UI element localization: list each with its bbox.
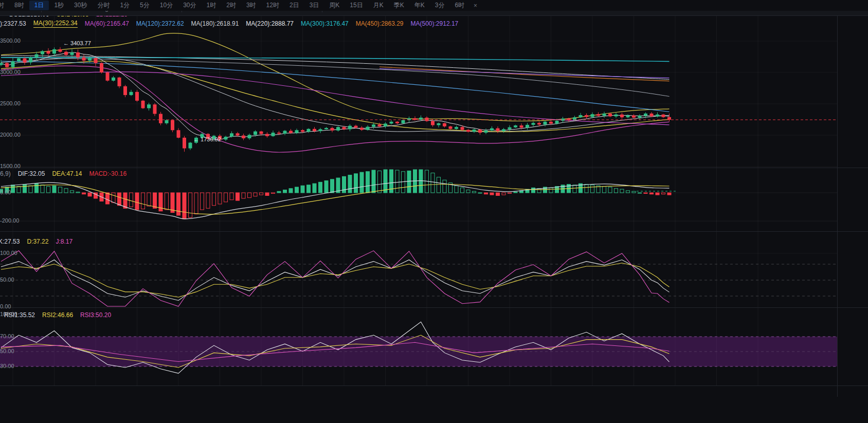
price-tick: 3500.00 <box>0 38 21 44</box>
legend-item: MA(30):2252.34 <box>33 20 78 28</box>
timeframe-30秒[interactable]: 30秒 <box>69 1 92 10</box>
legend-item: D:37.22 <box>27 238 48 245</box>
timeframe-3日[interactable]: 3日 <box>304 1 324 10</box>
timeframe-分时[interactable]: 分时 <box>92 1 115 10</box>
legend-item: MACD:-30.16 <box>89 170 126 177</box>
timeframe-30分[interactable]: 30分 <box>178 1 201 10</box>
timeframe-15日[interactable]: 15日 <box>345 1 368 10</box>
legend-item: MA(220):2888.77 <box>246 20 294 27</box>
legend-item: MA(450):2863.29 <box>356 20 404 27</box>
timeframe-6时[interactable]: 6时 <box>449 1 469 10</box>
timeframe-2时[interactable]: 2时 <box>221 1 241 10</box>
legend-item: MA(500):2912.17 <box>411 20 459 27</box>
legend-item: DIF:32.05 <box>18 170 45 177</box>
timeframe-2日[interactable]: 2日 <box>284 1 304 10</box>
timeframe-1分[interactable]: 1分 <box>115 1 135 10</box>
timeframe-月K[interactable]: 月K <box>368 1 389 10</box>
close-icon[interactable]: × <box>469 2 481 9</box>
price-tick: 3000.00 <box>0 69 21 75</box>
legend-item: J:8.17 <box>56 238 73 245</box>
timeframe-8时[interactable]: 8时 <box>9 1 29 10</box>
timeframe-1时[interactable]: 1时 <box>202 1 222 10</box>
legend-item: MA(120):2372.62 <box>136 20 184 27</box>
macd-tick: -200.00 <box>0 217 19 224</box>
legend-item: MA(60):2165.47 <box>85 20 129 27</box>
legend-item: MA(300):3176.47 <box>301 20 349 27</box>
price-tick: 1500.00 <box>0 163 21 169</box>
timeframe-1日[interactable]: 1日 <box>29 1 49 10</box>
legend-item: RSI1:35.52 <box>4 311 35 319</box>
timeframe-周K[interactable]: 周K <box>324 1 345 10</box>
timeframe-bar: 时8时1日1秒30秒分时1分5分10分30分1时2时3时12时2日3日周K15日… <box>0 0 868 11</box>
rsi-tick: 30.00 <box>0 363 14 369</box>
timeframe-年K[interactable]: 年K <box>409 1 430 10</box>
legend-item: MA(180):2618.91 <box>191 20 239 27</box>
timeframe-3分[interactable]: 3分 <box>430 1 450 10</box>
kdj-legend: K:27.53D:37.22J:8.17 <box>0 238 80 245</box>
kdj-tick: 50.00 <box>0 277 14 283</box>
legend-item: K:27.53 <box>0 238 20 245</box>
legend-item: ):2327.53 <box>0 20 26 27</box>
macd-legend: 6,9)DIF:32.05DEA:47.14MACD:-30.16 <box>0 170 134 177</box>
legend-item: RSI2:46.66 <box>42 311 73 319</box>
kdj-tick: 100.00 <box>0 250 17 256</box>
rsi-tick: 70.00 <box>0 333 14 339</box>
price-tick: 2000.00 <box>0 132 21 138</box>
price-annotation: ← 1736.02 <box>193 136 221 142</box>
overlay-MA500 <box>379 69 670 78</box>
macd-tick: 0.00 <box>0 189 11 195</box>
chart-canvas[interactable] <box>0 0 868 423</box>
rsi-legend: RSI1:35.52RSI2:46.66RSI3:50.20 <box>4 311 118 319</box>
legend-item: DEA:47.14 <box>52 170 82 177</box>
overlay-MA60 <box>1 72 670 125</box>
timeframe-10分[interactable]: 10分 <box>155 1 178 10</box>
rsi-tick: 50.00 <box>0 348 14 354</box>
trading-chart-app: 换 2026-04-29 08:00开2288.36高2346.48低2218.… <box>0 0 868 423</box>
price-annotation: ← 3403.77 <box>63 40 91 46</box>
timeframe-5分[interactable]: 5分 <box>135 1 155 10</box>
ma-legend: ):2327.53MA(30):2252.34MA(60):2165.47MA(… <box>0 20 465 28</box>
price-tick: 2500.00 <box>0 100 21 106</box>
legend-item: RSI3:50.20 <box>80 311 111 319</box>
timeframe-时[interactable]: 时 <box>0 1 9 10</box>
legend-item: 6,9) <box>0 170 11 177</box>
timeframe-12时[interactable]: 12时 <box>261 1 284 10</box>
overlay-BOLL-UB <box>1 33 670 121</box>
overlay-BOLL-LB <box>1 66 670 152</box>
timeframe-3时[interactable]: 3时 <box>241 1 261 10</box>
timeframe-1秒[interactable]: 1秒 <box>49 1 69 10</box>
timeframe-季K[interactable]: 季K <box>389 1 409 10</box>
kdj-tick: 0.00 <box>0 303 11 309</box>
